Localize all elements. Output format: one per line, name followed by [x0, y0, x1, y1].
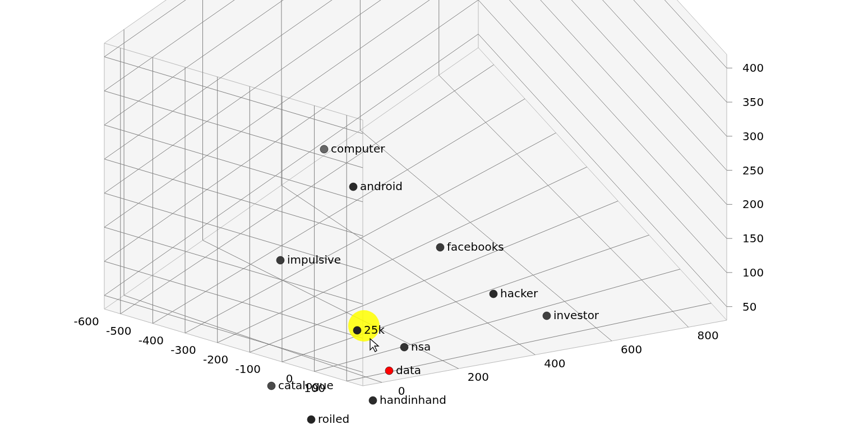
data-label-handinhand: handinhand [380, 393, 446, 407]
z-tick-label: 100 [742, 266, 764, 279]
data-label-25k: 25k [364, 323, 385, 337]
x-tick-label: 600 [621, 343, 642, 356]
y-tick-label: -400 [138, 334, 164, 347]
x-tick-label: 400 [544, 357, 565, 370]
data-label-nsa: nsa [411, 340, 431, 353]
z-tick-label: 50 [742, 300, 756, 314]
y-tick-label: -200 [203, 353, 228, 366]
data-label-data: data [396, 363, 421, 377]
data-point-nsa[interactable] [400, 343, 408, 351]
y-tick-label: -300 [170, 343, 196, 357]
data-point-data[interactable] [385, 367, 393, 375]
data-label-catalogue: catalogue [278, 379, 334, 392]
z-tick-label: 150 [742, 232, 764, 245]
data-label-computer: computer [331, 142, 385, 155]
y-tick-label: -500 [106, 324, 131, 338]
data-label-investor: investor [553, 308, 599, 322]
data-point-facebooks[interactable] [436, 243, 444, 251]
data-point-impulsive[interactable] [276, 256, 284, 264]
data-point-catalogue[interactable] [267, 382, 275, 390]
data-point-investor[interactable] [543, 312, 551, 320]
z-tick-label: 200 [742, 197, 764, 211]
data-label-facebooks: facebooks [447, 240, 504, 254]
data-point-android[interactable] [349, 183, 357, 191]
z-tick-label: 300 [742, 130, 764, 143]
data-point-computer[interactable] [320, 145, 328, 153]
data-label-hacker: hacker [500, 287, 538, 300]
z-tick-label: 250 [742, 164, 764, 177]
data-label-android: android [360, 179, 403, 193]
data-label-impulsive: impulsive [287, 253, 341, 266]
data-point-roiled[interactable] [307, 416, 315, 423]
data-label-roiled: roiled [318, 412, 349, 424]
z-tick-label: 350 [742, 95, 764, 109]
y-tick-label: -100 [236, 362, 261, 376]
scatter3d-chart[interactable]: 0200400600800-600-500-400-300-200-100010… [0, 0, 868, 424]
y-tick-label: -600 [73, 315, 99, 328]
x-tick-label: 800 [698, 329, 719, 342]
x-tick-label: 200 [468, 370, 489, 384]
data-point-handinhand[interactable] [369, 397, 377, 404]
data-point-hacker[interactable] [490, 290, 497, 298]
z-tick-label: 400 [742, 61, 764, 75]
data-point-25k[interactable] [353, 326, 361, 334]
